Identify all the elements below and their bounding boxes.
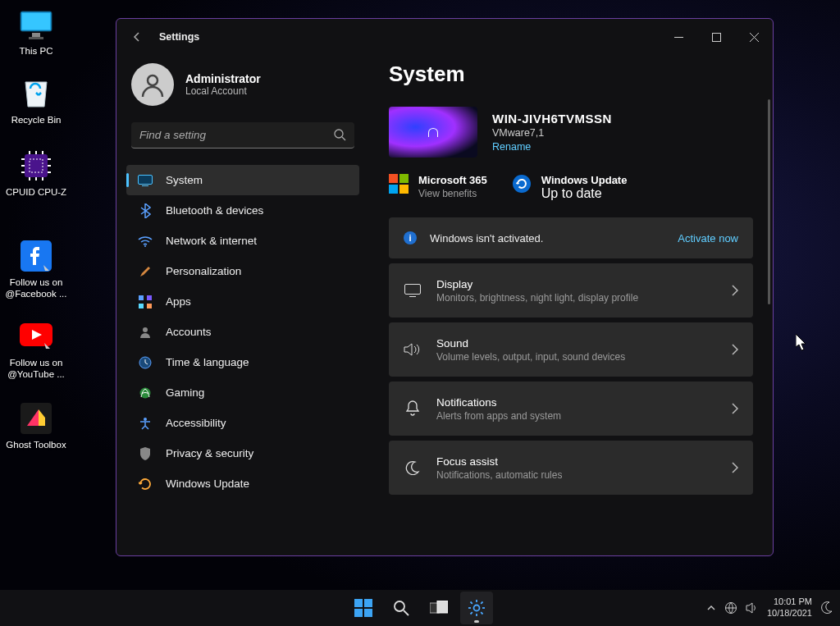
setting-sound[interactable]: SoundVolume levels, output, input, sound… [389,322,753,377]
nav-item-time[interactable]: Time & language [126,347,359,377]
nav-label: Time & language [166,356,249,368]
nav-list: System Bluetooth & devices Network & int… [126,165,359,499]
search-button[interactable] [385,592,418,624]
desktop-icon-cpuz[interactable]: CPUID CPU-Z [5,148,67,198]
desktop-icon-youtube[interactable]: Follow us on @YouTube ... [5,318,67,381]
chevron-right-icon [732,403,738,414]
svg-rect-31 [139,175,153,184]
svg-rect-35 [147,295,152,300]
nav-item-accounts[interactable]: Accounts [126,317,359,347]
taskbar-clock[interactable]: 10:01 PM 10/18/2021 [767,596,812,619]
svg-rect-47 [405,285,421,295]
mouse-cursor [796,334,809,352]
device-card: WIN-JIVH6TVMSSN VMware7,1 Rename [389,107,753,158]
desktop-icon-label: Ghost Toolbox [5,439,67,450]
nav-item-apps[interactable]: Apps [126,286,359,317]
svg-rect-2 [32,33,40,37]
settings-window: Settings Administrator Local Account Sys… [116,18,774,556]
bell-icon [404,400,422,417]
nav-item-system[interactable]: System [126,165,359,195]
gaming-icon [138,387,153,399]
taskview-button[interactable] [422,592,455,624]
nav-item-network[interactable]: Network & internet [126,226,359,256]
user-sub: Local Account [185,85,261,97]
nav-item-privacy[interactable]: Privacy & security [126,438,359,468]
setting-title: Sound [436,337,732,350]
system-icon [138,175,153,186]
promo-update[interactable]: Windows UpdateUp to date [512,174,628,201]
nav-item-personalization[interactable]: Personalization [126,256,359,286]
rename-link[interactable]: Rename [492,141,612,153]
tray-chevron-icon[interactable] [706,603,716,613]
minimize-button[interactable] [660,19,697,55]
promo-title: Windows Update [541,174,628,186]
svg-rect-27 [712,33,720,41]
scrollbar[interactable] [768,99,770,304]
wifi-icon [138,235,153,247]
bluetooth-icon [138,203,153,218]
update-icon [138,477,153,491]
svg-rect-49 [354,599,363,607]
titlebar: Settings [116,19,773,55]
info-icon: i [404,231,417,244]
setting-notifications[interactable]: NotificationsAlerts from apps and system [389,382,753,436]
desktop-icon-recycle-bin[interactable]: Recycle Bin [5,75,67,126]
main-panel: System WIN-JIVH6TVMSSN VMware7,1 Rename … [369,55,773,555]
activate-link[interactable]: Activate now [678,232,738,244]
nav-item-gaming[interactable]: Gaming [126,377,359,408]
facebook-icon [18,238,54,274]
apps-icon [138,295,153,308]
user-name: Administrator [185,72,261,85]
device-name: WIN-JIVH6TVMSSN [492,112,612,126]
desktop-icon-ghost-toolbox[interactable]: Ghost Toolbox [5,400,67,450]
setting-sub: Volume levels, output, input, sound devi… [436,351,732,363]
svg-point-38 [143,327,148,332]
svg-line-64 [471,612,472,614]
nav-item-bluetooth[interactable]: Bluetooth & devices [126,195,359,226]
chevron-right-icon [732,462,738,473]
svg-rect-36 [139,304,144,308]
maximize-button[interactable] [697,19,735,55]
desktop-icon-this-pc[interactable]: This PC [5,7,67,57]
svg-line-65 [481,602,482,604]
svg-point-53 [395,601,404,611]
display-icon [404,284,422,297]
nav-label: Network & internet [166,235,257,247]
youtube-icon [18,318,54,354]
volume-tray-icon[interactable] [746,602,759,614]
chip-icon [18,148,54,184]
system-tray[interactable]: 10:01 PM 10/18/2021 [706,596,833,619]
svg-rect-45 [399,185,409,194]
notification-tray-icon[interactable] [820,601,833,615]
svg-rect-37 [147,304,152,308]
svg-rect-52 [364,609,372,617]
activation-alert[interactable]: i Windows isn't activated. Activate now [389,217,753,258]
promo-m365[interactable]: Microsoft 365View benefits [389,174,487,201]
svg-point-28 [148,75,158,85]
user-block[interactable]: Administrator Local Account [131,63,354,106]
svg-line-62 [471,602,472,604]
nav-label: Accessibility [166,417,226,429]
desktop-icon-label: Follow us on @Facebook ... [5,276,67,300]
svg-rect-44 [389,185,398,194]
network-tray-icon[interactable] [724,601,737,615]
nav-label: Personalization [166,265,241,277]
setting-title: Display [436,278,732,290]
search-input[interactable] [131,122,354,149]
nav-item-accessibility[interactable]: Accessibility [126,408,359,438]
settings-taskbar-button[interactable] [460,592,493,624]
desktop-icon-facebook[interactable]: Follow us on @Facebook ... [5,238,67,300]
svg-point-33 [144,245,146,247]
monitor-icon [18,7,54,43]
promo-sub: Up to date [541,186,628,201]
nav-label: Windows Update [166,477,249,490]
nav-label: Gaming [166,386,204,399]
desktop-icon-label: Recycle Bin [5,114,67,126]
setting-focus-assist[interactable]: Focus assistNotifications, automatic rul… [389,441,753,495]
nav-item-update[interactable]: Windows Update [126,468,359,499]
close-button[interactable] [735,19,773,55]
setting-display[interactable]: DisplayMonitors, brightness, night light… [389,263,753,318]
start-button[interactable] [347,592,380,624]
taskbar-date: 10/18/2021 [767,608,812,619]
back-button[interactable] [131,31,143,43]
